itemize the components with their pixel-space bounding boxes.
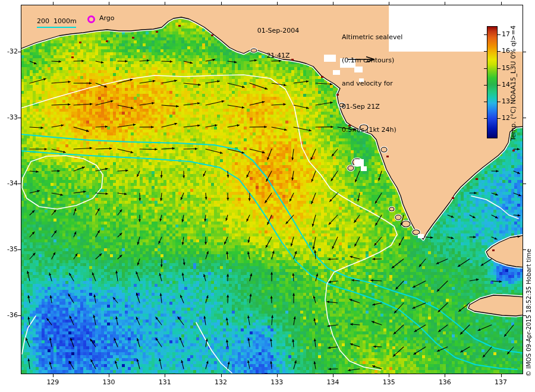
colorbar-title: Temp. (°C) NOAA15_L3U 0% ql>=4 [509,26,517,141]
x-tick-label: 137 [489,378,513,386]
y-tick-label: -35 [1,245,18,253]
credit-text: © IMOS 09-Apr-2015 18:52:35 Hobart time [525,228,533,377]
y-tick-label: -36 [1,311,18,319]
argo-legend-label: Argo [99,14,115,22]
date-line-2: 21:41Z [234,52,323,60]
x-tick-label: 133 [265,378,289,386]
x-tick-label: 129 [41,378,65,386]
colorbar-tick-label: 12 [502,114,510,122]
x-tick-label: 130 [97,378,121,386]
annotation-line: and velocity for [342,80,402,87]
x-tick-label: 136 [433,378,457,386]
isobath-line-swatch [37,27,76,28]
altimetric-annotation: Altimetric sealevel (0.1m contours) and … [342,18,402,141]
annotation-line: 01-Sep 21Z [342,103,402,110]
isobath-legend-label: 200 1000m [37,17,77,25]
y-tick-label: -33 [1,113,18,121]
date-line-1: 01-Sep-2004 [234,27,323,35]
x-tick-label: 134 [321,378,345,386]
velocity-scale-arrow-icon [347,55,380,64]
colorbar-tick-label: 16 [502,47,510,55]
sst-map-figure: { "map": { "date_line1": "01-Sep-2004", … [0,0,535,392]
y-tick-label: -32 [1,48,18,55]
colorbar-tick-label: 17 [502,30,510,38]
x-tick-label: 135 [377,378,401,386]
x-tick-label: 131 [153,378,177,386]
y-tick-label: -34 [1,179,18,187]
annotation-line: 0.5m/s (1kt 24h) [342,126,402,134]
annotation-line: Altimetric sealevel [342,33,402,41]
colorbar-tick-label: 14 [502,81,510,88]
colorbar-tick-label: 13 [502,97,510,105]
colorbar [486,26,498,139]
x-tick-label: 132 [209,378,233,386]
argo-marker-icon [87,15,95,23]
date-title: 01-Sep-2004 21:41Z [234,10,323,68]
colorbar-tick-label: 15 [502,64,510,72]
